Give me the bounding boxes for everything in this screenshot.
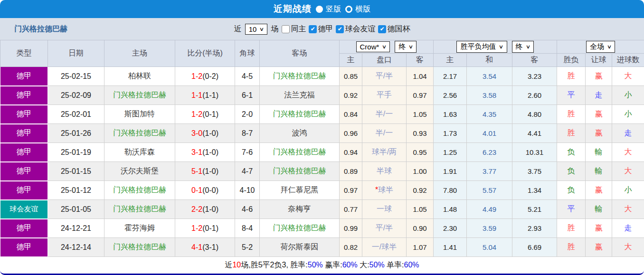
- subheader-odds-home: 主: [340, 54, 362, 67]
- avg-type-select[interactable]: 胜平负均值 ∨: [456, 41, 507, 53]
- checkbox-checked-icon[interactable]: ✔: [378, 25, 386, 33]
- goals-result-cell: 大: [612, 238, 644, 257]
- summary-segment: 50%: [369, 261, 385, 269]
- result-cell: 胜: [557, 124, 586, 143]
- match-row: 德甲25-01-12门兴格拉德巴赫0-1(0-0)4-10拜仁慕尼黑0.97*球…: [0, 181, 644, 200]
- avg-away: 2.93: [512, 219, 557, 238]
- odds-time-select-1[interactable]: 终 ∨: [395, 41, 417, 53]
- avg-home: 2.56: [434, 86, 467, 105]
- checkbox-checked-icon[interactable]: ✔: [309, 25, 317, 33]
- halftime-score: (3-1): [202, 243, 218, 251]
- chevron-down-icon: ∨: [259, 26, 264, 32]
- filter-bar: 门兴格拉德巴赫 近 10 ∨ 场 同主✔德甲✔球会友谊✔德国杯: [0, 18, 644, 40]
- score-cell: 3-0(1-0): [175, 124, 235, 143]
- away-team: 奈梅亨: [260, 200, 340, 219]
- chevron-down-icon: ∨: [607, 44, 612, 50]
- fulltime-score: 0-1: [191, 186, 202, 194]
- filter-checkbox-3[interactable]: ✔德国杯: [378, 24, 410, 34]
- handicap-cell: 平/半: [362, 67, 407, 86]
- chevron-down-icon: ∨: [499, 44, 503, 50]
- summary-segment: 场,胜5平2负3, 胜率:: [241, 261, 307, 269]
- handicap-result-cell: 赢: [586, 238, 612, 257]
- subheader-goals: 进球数: [612, 54, 644, 67]
- odds-source-select[interactable]: Crow* ∨: [356, 41, 390, 52]
- avg-home: 7.80: [434, 181, 467, 200]
- avg-away: 4.41: [512, 124, 557, 143]
- summary-segment: 赢率:: [323, 261, 342, 269]
- radio-selected-icon[interactable]: [316, 6, 323, 13]
- score-cell: 5-1(1-0): [175, 162, 235, 181]
- avg-draw: 3.58: [467, 86, 512, 105]
- radio-unselected-icon[interactable]: [345, 6, 352, 13]
- halftime-score: (0-2): [202, 72, 218, 80]
- col-header-date: 日期: [48, 40, 104, 67]
- score-cell: 2-2(1-0): [175, 200, 235, 219]
- halftime-score: (1-0): [202, 129, 218, 137]
- away-team: 拜仁慕尼黑: [260, 181, 340, 200]
- goals-result-cell: 走: [612, 219, 644, 238]
- filter-checkbox-label: 球会友谊: [345, 24, 375, 34]
- halftime-score: (1-0): [202, 205, 218, 213]
- fulltime-score: 3-0: [191, 129, 202, 137]
- filter-checkbox-label: 同主: [291, 24, 306, 34]
- match-date: 25-01-15: [48, 162, 104, 181]
- avg-draw: 5.04: [467, 238, 512, 257]
- avg-home: 1.91: [434, 162, 467, 181]
- subheader-odds-away: 客: [407, 54, 434, 67]
- match-date: 25-02-15: [48, 67, 104, 86]
- odds-home: 0.92: [340, 86, 362, 105]
- corner-score: 4-5: [235, 67, 260, 86]
- radio-horizontal-layout[interactable]: 横版: [345, 4, 370, 14]
- scope-select[interactable]: 全场 ∨: [586, 41, 615, 53]
- odds-away: 1.05: [407, 200, 434, 219]
- team-name: 门兴格拉德巴赫: [14, 24, 67, 34]
- home-team: 门兴格拉德巴赫: [104, 200, 175, 219]
- filter-controls: 近 10 ∨ 场 同主✔德甲✔球会友谊✔德国杯: [234, 24, 410, 35]
- avg-draw: 4.01: [467, 124, 512, 143]
- handicap-line: 平/半: [376, 224, 393, 232]
- filter-checkbox-2[interactable]: ✔球会友谊: [336, 24, 375, 34]
- handicap-line: 平/半: [376, 72, 393, 80]
- handicap-result-cell: 赢: [586, 105, 612, 124]
- fulltime-score: 1-2: [191, 72, 202, 80]
- odds-time-select-2[interactable]: 终 ∨: [512, 41, 534, 53]
- goals-result-cell: 走: [612, 124, 644, 143]
- score-cell: 4-1(3-1): [175, 238, 235, 257]
- col-header-home: 主场: [104, 40, 175, 67]
- summary-text: 近10场,胜5平2负3, 胜率:50% 赢率:60% 大:50% 单率:60%: [225, 260, 419, 270]
- avg-away: 4.80: [512, 105, 557, 124]
- radio-vertical-label: 竖版: [326, 4, 341, 14]
- odds-away: 0.97: [407, 86, 434, 105]
- handicap-line: 半/一: [376, 110, 393, 118]
- filter-checkbox-1[interactable]: ✔德甲: [309, 24, 333, 34]
- summary-segment: 单率:: [385, 261, 404, 269]
- radio-vertical-layout[interactable]: 竖版: [316, 4, 341, 14]
- chevron-down-icon: ∨: [382, 44, 387, 50]
- checkbox-checked-icon[interactable]: ✔: [336, 25, 344, 33]
- match-date: 25-02-01: [48, 105, 104, 124]
- result-cell: 平: [557, 86, 586, 105]
- chevron-down-icon: ∨: [525, 44, 530, 50]
- home-team: 门兴格拉德巴赫: [104, 86, 175, 105]
- odds-away: 0.90: [407, 219, 434, 238]
- handicap-result-cell: 赢: [586, 67, 612, 86]
- league-type-badge: 德甲: [0, 143, 48, 162]
- summary-segment: 近: [225, 261, 232, 269]
- checkbox-unchecked-icon[interactable]: [282, 25, 290, 33]
- filter-checkbox-0[interactable]: 同主: [282, 24, 306, 34]
- handicap-cell: 平/半: [362, 219, 407, 238]
- summary-segment: 60%: [404, 261, 419, 269]
- scope-dropdown-cell: 全场 ∨: [557, 40, 644, 54]
- match-count-select[interactable]: 10 ∨: [245, 24, 268, 35]
- league-type-badge: 德甲: [0, 67, 48, 86]
- odds-home: 0.84: [340, 105, 362, 124]
- odds-home: 0.97: [340, 181, 362, 200]
- avg-draw: 3.59: [467, 219, 512, 238]
- league-type-badge: 德甲: [0, 238, 48, 257]
- match-row: 德甲25-01-15沃尔夫斯堡5-1(1-0)4-7门兴格拉德巴赫0.89半球1…: [0, 162, 644, 181]
- score-cell: 0-1(0-0): [175, 181, 235, 200]
- avg-away: 3.75: [512, 162, 557, 181]
- odds-away: 1.00: [407, 162, 434, 181]
- away-team: 门兴格拉德巴赫: [260, 143, 340, 162]
- odds-dropdown-cell: Crow* ∨ 终 ∨: [340, 40, 434, 54]
